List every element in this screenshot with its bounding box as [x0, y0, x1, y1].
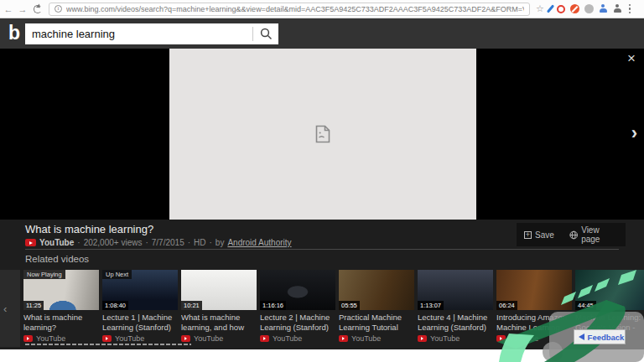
search-input[interactable]	[25, 28, 252, 40]
gray-extension-icon[interactable]	[584, 4, 594, 13]
page: ← → i www.bing.com/videos/search?q=machi…	[0, 0, 644, 362]
related-video-title[interactable]: Lecture 1 | Machine Learning (Stanford)	[102, 313, 178, 332]
related-video-source: YouTube	[194, 334, 223, 343]
broken-image-icon	[315, 125, 330, 143]
browser-toolbar: ← → i www.bing.com/videos/search?q=machi…	[0, 0, 644, 18]
duration-badge: 11:25	[23, 301, 44, 310]
duration-badge: 44:45	[575, 301, 596, 310]
youtube-icon	[418, 335, 427, 342]
next-video-icon[interactable]: ›	[631, 122, 637, 144]
view-count: 202,000+ views	[84, 238, 143, 247]
page-info-icon[interactable]: i	[55, 5, 62, 13]
profile-gray-icon[interactable]	[613, 4, 622, 13]
quality-badge: HD	[194, 238, 205, 247]
bing-logo[interactable]: b	[8, 22, 20, 44]
duration-badge: 1:08:40	[102, 301, 128, 310]
duration-badge: 10:21	[181, 301, 202, 310]
related-videos-carousel: Now Playing 11:25 What is machine learni…	[23, 270, 644, 345]
duration-badge: 06:24	[496, 301, 517, 310]
youtube-icon	[339, 335, 348, 342]
video-thumbnail[interactable]: 06:24	[496, 270, 572, 310]
profile-blue-icon[interactable]	[599, 4, 608, 13]
author-link[interactable]: Android Authority	[227, 238, 291, 247]
video-thumbnail[interactable]: Up Next 1:08:40	[102, 270, 178, 310]
youtube-icon	[25, 239, 36, 246]
carousel-prev-button[interactable]: ‹	[0, 270, 20, 347]
related-video-source: YouTube	[351, 334, 381, 343]
url-text[interactable]: www.bing.com/videos/search?q=machine+lea…	[66, 5, 524, 13]
duration-badge: 05:55	[339, 301, 360, 310]
by-label: by	[216, 238, 225, 247]
related-video-card[interactable]: Up Next 1:08:40 Lecture 1 | Machine Lear…	[102, 270, 178, 345]
search-button[interactable]	[253, 23, 278, 44]
related-video-title[interactable]: What is machine learning, and how does i…	[181, 313, 257, 332]
video-thumbnail[interactable]: 10:21	[181, 270, 257, 310]
related-video-title[interactable]: What is machine learning?	[23, 313, 99, 332]
related-video-card[interactable]: 1:16:16 Lecture 2 | Machine Learning (St…	[260, 270, 335, 345]
related-video-card[interactable]: 05:55 Practical Machine Learning Tutoria…	[339, 270, 414, 345]
video-thumbnail[interactable]: 1:13:07	[418, 270, 493, 310]
close-icon[interactable]: ×	[627, 50, 636, 67]
publish-date: 7/7/2015	[152, 238, 184, 247]
magnifier-icon	[260, 28, 273, 40]
related-video-source: YouTube	[430, 334, 460, 343]
video-thumbnail[interactable]: 05:55	[339, 270, 414, 310]
save-button[interactable]: + Save	[517, 223, 562, 246]
now-playing-badge: Now Playing	[23, 270, 65, 279]
related-video-card[interactable]: 06:24 Introducing Amazon Machine Learnin…	[496, 270, 572, 345]
related-video-source: YouTube	[509, 334, 538, 343]
refresh-icon[interactable]	[34, 5, 42, 13]
video-placeholder	[169, 49, 476, 220]
address-bar[interactable]: i www.bing.com/videos/search?q=machine+l…	[49, 3, 530, 16]
detail-panel: What is machine learning? YouTube · 202,…	[0, 220, 644, 349]
related-video-title[interactable]: Lecture 4 | Machine Learning (Stanford)	[418, 313, 493, 332]
bing-header: b	[0, 18, 644, 49]
search-box	[25, 23, 278, 44]
feedback-button[interactable]: Feedback	[574, 329, 626, 344]
forward-icon[interactable]: →	[17, 4, 29, 14]
save-plus-icon: +	[524, 231, 532, 239]
video-player[interactable]: × ›	[0, 49, 644, 220]
eyedropper-extension-icon[interactable]	[547, 4, 554, 13]
duration-badge: 1:13:07	[418, 301, 444, 310]
carousel-scrollbar[interactable]	[25, 344, 191, 345]
youtube-icon	[496, 335, 506, 342]
view-page-button[interactable]: View page	[562, 223, 626, 246]
megaphone-icon	[575, 334, 584, 340]
related-video-card[interactable]: Now Playing 11:25 What is machine learni…	[23, 270, 99, 345]
chevron-left-icon: ‹	[3, 303, 7, 315]
video-thumbnail[interactable]: Now Playing 11:25	[23, 270, 99, 310]
section-divider	[25, 249, 619, 250]
browser-menu-icon[interactable]	[629, 4, 631, 14]
related-video-source: YouTube	[36, 334, 65, 343]
youtube-icon	[102, 335, 112, 342]
video-meta: YouTube · 202,000+ views · 7/7/2015 · HD…	[25, 238, 292, 247]
video-thumbnail[interactable]: 44:45	[575, 270, 644, 310]
related-videos-heading: Related videos	[25, 254, 89, 264]
youtube-icon	[260, 335, 269, 342]
bookmark-star-icon[interactable]: ☆	[536, 3, 544, 14]
action-bar: + Save View page	[517, 223, 626, 246]
page-footer	[0, 349, 644, 362]
globe-icon	[569, 230, 578, 240]
related-video-title[interactable]: Practical Machine Learning Tutorial with	[339, 313, 414, 332]
youtube-icon	[181, 335, 190, 342]
related-video-card[interactable]: 1:13:07 Lecture 4 | Machine Learning (St…	[418, 270, 493, 345]
blocker-extension-icon[interactable]	[570, 4, 579, 13]
video-title: What is machine learning?	[25, 223, 153, 235]
up-next-badge: Up Next	[102, 270, 132, 279]
related-video-card[interactable]: 10:21 What is machine learning, and how …	[181, 270, 257, 345]
back-icon[interactable]: ←	[3, 4, 14, 14]
related-video-title[interactable]: Lecture 2 | Machine Learning (Stanford)	[260, 313, 335, 332]
related-video-title[interactable]: Introducing Amazon Machine Learning	[496, 313, 572, 332]
video-source: YouTube	[39, 238, 74, 247]
video-thumbnail[interactable]: 1:16:16	[260, 270, 335, 310]
related-video-source: YouTube	[273, 334, 302, 343]
youtube-icon	[23, 335, 33, 342]
related-video-source: YouTube	[115, 334, 144, 343]
duration-badge: 1:16:16	[260, 301, 286, 310]
opera-extension-icon[interactable]	[557, 5, 565, 13]
